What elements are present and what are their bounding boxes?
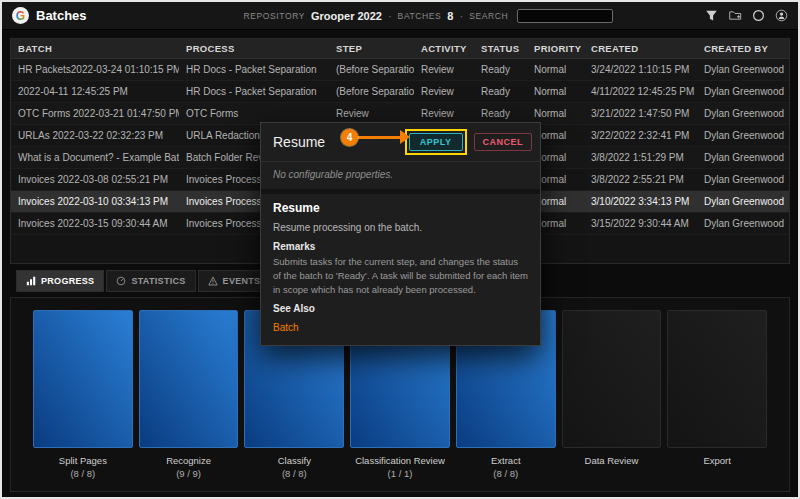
cell-batch: Invoices 2022-03-15 09:30:44 AM [11,218,179,229]
dialog-title: Resume [273,134,325,150]
annotation-arrow-head [400,130,410,144]
cell-activity: Review [414,108,474,119]
circle-icon[interactable] [752,9,765,22]
cancel-button[interactable]: CANCEL [474,133,533,151]
card-name: Classify [278,455,311,466]
account-icon[interactable] [775,9,788,22]
dialog-header: Resume 4 APPLY CANCEL [261,123,540,161]
card-tile[interactable] [667,310,767,448]
cell-created_by: Dylan Greenwood [697,64,789,75]
search-label: SEARCH [469,11,508,21]
card-name: Export [703,455,730,466]
remarks-text: Submits tasks for the current step, and … [273,255,528,296]
card-name: Split Pages [59,455,107,466]
card-tile[interactable] [562,310,662,448]
card-name: Extract [491,455,521,466]
cell-step: (Before Separation) [329,86,414,97]
batch-link[interactable]: Batch [273,322,299,333]
cell-created_by: Dylan Greenwood [697,174,789,185]
column-header[interactable]: BATCH [11,43,179,54]
table-header: BATCHPROCESSSTEPACTIVITYSTATUSPRIORITYCR… [11,39,789,59]
cell-batch: OTC Forms 2022-03-21 01:47:50 PM [11,108,179,119]
column-header[interactable]: CREATED BY [697,43,789,54]
cell-created: 3/15/2022 9:30:44 AM [584,218,697,229]
warning-icon [208,276,218,286]
card-count: (8 / 8) [282,468,307,479]
cell-status: Ready [474,86,527,97]
resume-dialog: Resume 4 APPLY CANCEL No configurable pr… [260,122,541,346]
column-header[interactable]: PROCESS [179,43,329,54]
cell-created_by: Dylan Greenwood [697,130,789,141]
column-header[interactable]: STEP [329,43,414,54]
cell-step: Review [329,108,414,119]
cell-activity: Review [414,64,474,75]
cell-process: HR Docs - Packet Separation [179,64,329,75]
cell-created: 3/8/2022 1:51:29 PM [584,152,697,163]
card-count: (1 / 1) [388,468,413,479]
bar-chart-icon [26,276,36,286]
card-count: (8 / 8) [493,468,518,479]
progress-card: Data Review [562,310,662,479]
logo-letter: G [16,9,25,23]
cell-batch: 2022-04-11 12:45:25 PM [11,86,179,97]
cell-activity: Review [414,86,474,97]
tab-label: EVENTS [223,276,261,286]
cell-created: 3/8/2022 2:55:21 PM [584,174,697,185]
cell-batch: HR Packets2022-03-24 01:10:15 PM [11,64,179,75]
tab-label: STATISTICS [131,276,185,286]
cell-batch: Invoices 2022-03-10 03:34:13 PM [11,196,179,207]
page-title: Batches [36,8,87,23]
new-folder-icon[interactable] [728,9,742,22]
cell-created_by: Dylan Greenwood [697,196,789,207]
apply-highlight-box: APPLY [405,129,467,155]
apply-button[interactable]: APPLY [409,133,463,151]
grooper-logo[interactable]: G [12,7,29,24]
column-header[interactable]: ACTIVITY [414,43,474,54]
column-header[interactable]: STATUS [474,43,527,54]
cell-batch: What is a Document? - Example Batch [11,152,179,163]
cell-created_by: Dylan Greenwood [697,86,789,97]
repository-value[interactable]: Grooper 2022 [311,10,382,22]
card-count: (9 / 9) [176,468,201,479]
top-bar: G Batches REPOSITORY Grooper 2022 · BATC… [2,2,798,30]
card-count: (8 / 8) [70,468,95,479]
repository-info: REPOSITORY Grooper 2022 · BATCHES 8 · SE… [244,9,614,23]
tab-label: PROGRESS [41,276,94,286]
cell-batch: URLAs 2022-03-22 02:32:23 PM [11,130,179,141]
table-row[interactable]: 2022-04-11 12:45:25 PMHR Docs - Packet S… [11,81,789,103]
cell-created: 3/24/2022 1:10:15 PM [584,64,697,75]
cell-priority: Normal [527,108,584,119]
cell-created: 3/10/2022 3:34:13 PM [584,196,697,207]
separator-dot: · [388,10,392,22]
gauge-icon [116,276,126,286]
card-name: Data Review [585,455,639,466]
topbar-actions [705,9,788,22]
cell-created: 3/21/2022 1:47:50 PM [584,108,697,119]
tab-statistics[interactable]: STATISTICS [106,270,195,292]
tab-progress[interactable]: PROGRESS [16,270,104,292]
cell-created_by: Dylan Greenwood [697,108,789,119]
cell-process: OTC Forms [179,108,329,119]
column-header[interactable]: CREATED [584,43,697,54]
cell-process: HR Docs - Packet Separation [179,86,329,97]
cell-priority: Normal [527,86,584,97]
cell-status: Ready [474,64,527,75]
remarks-heading: Remarks [273,241,528,252]
cell-created_by: Dylan Greenwood [697,218,789,229]
batches-count: 8 [447,10,453,22]
filter-icon[interactable] [705,9,718,22]
progress-card: Export [667,310,767,479]
see-also-heading: See Also [273,303,528,314]
search-input[interactable] [517,9,613,23]
cell-batch: Invoices 2022-03-08 02:55:21 PM [11,174,179,185]
card-tile[interactable] [139,310,239,448]
progress-card: Split Pages(8 / 8) [33,310,133,479]
cell-priority: Normal [527,64,584,75]
annotation-step-badge: 4 [341,129,358,146]
cell-step: (Before Separation) [329,64,414,75]
column-header[interactable]: PRIORITY [527,43,584,54]
card-tile[interactable] [33,310,133,448]
no-properties-text: No configurable properties. [261,161,540,189]
cell-created: 3/22/2022 2:32:41 PM [584,130,697,141]
table-row[interactable]: HR Packets2022-03-24 01:10:15 PMHR Docs … [11,59,789,81]
